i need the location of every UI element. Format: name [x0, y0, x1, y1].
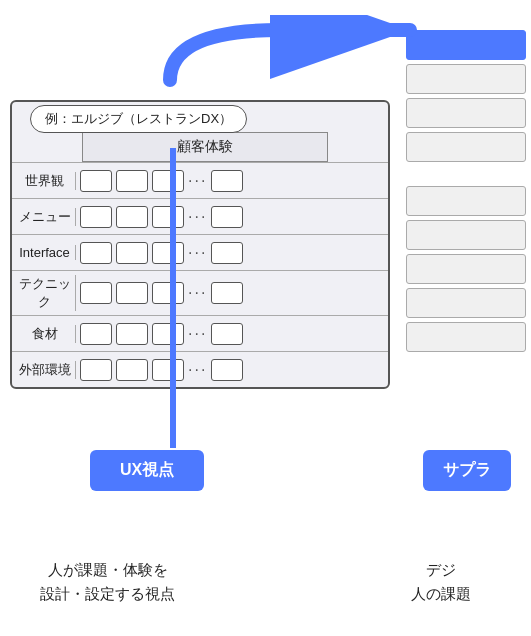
right-panel-box-8 [406, 322, 526, 352]
row-label-interface: Interface [18, 245, 76, 260]
cell-box [116, 359, 148, 381]
row-interface: Interface ··· [12, 234, 388, 270]
row-cells-ingredients: ··· [76, 323, 382, 345]
cell-dots: ··· [188, 244, 207, 262]
customer-exp-header: 顧客体験 [82, 132, 328, 162]
cell-dots: ··· [188, 208, 207, 226]
main-diagram-box: 顧客体験 世界観 ··· メニュー [10, 100, 390, 389]
cell-box [211, 206, 243, 228]
right-panel-box-5 [406, 220, 526, 250]
cell-box [211, 242, 243, 264]
cell-dots: ··· [188, 325, 207, 343]
row-label-sekaikan: 世界観 [18, 172, 76, 190]
right-panel-box-2 [406, 98, 526, 128]
cell-box [152, 282, 184, 304]
cell-box [116, 242, 148, 264]
bottom-left-line2: 設計・設定する視点 [40, 582, 175, 606]
blue-vertical-line [170, 148, 176, 448]
bottom-left-line1: 人が課題・体験を [40, 558, 175, 582]
cell-box [211, 359, 243, 381]
row-cells-sekaikan: ··· [76, 170, 382, 192]
cell-box [152, 242, 184, 264]
row-label-external: 外部環境 [18, 361, 76, 379]
row-sekaikan: 世界観 ··· [12, 162, 388, 198]
bottom-left-text: 人が課題・体験を 設計・設定する視点 [40, 558, 175, 606]
cell-box [116, 282, 148, 304]
row-label-ingredients: 食材 [18, 325, 76, 343]
cell-box [211, 323, 243, 345]
cell-dots: ··· [188, 284, 207, 302]
row-menu: メニュー ··· [12, 198, 388, 234]
cell-box [152, 206, 184, 228]
cell-box [116, 323, 148, 345]
cell-box [80, 170, 112, 192]
right-panel-box-6 [406, 254, 526, 284]
row-technique: テクニック ··· [12, 270, 388, 315]
cell-box [211, 282, 243, 304]
example-label: 例：エルジブ（レストランDX） [30, 105, 247, 133]
bottom-right-text: デジ 人の課題 [361, 558, 521, 606]
right-panel-box-3 [406, 132, 526, 162]
cell-box [152, 323, 184, 345]
cell-box [152, 170, 184, 192]
row-cells-external: ··· [76, 359, 382, 381]
cell-dots: ··· [188, 172, 207, 190]
row-ingredients: 食材 ··· [12, 315, 388, 351]
row-label-menu: メニュー [18, 208, 76, 226]
bottom-right-line2: 人の課題 [361, 582, 521, 606]
cell-box [80, 242, 112, 264]
row-cells-menu: ··· [76, 206, 382, 228]
row-cells-interface: ··· [76, 242, 382, 264]
cell-box [152, 359, 184, 381]
sapu-button[interactable]: サプラ [423, 450, 511, 491]
row-label-technique: テクニック [18, 275, 76, 311]
cell-box [80, 323, 112, 345]
bottom-right-line1: デジ [361, 558, 521, 582]
right-panel-box-4 [406, 186, 526, 216]
cell-dots: ··· [188, 361, 207, 379]
rows-container: 世界観 ··· メニュー ·· [12, 162, 388, 387]
right-panel-gap [406, 166, 526, 182]
cell-box [211, 170, 243, 192]
page-container: 例：エルジブ（レストランDX） 顧客体験 世界観 ··· [0, 0, 531, 636]
cell-box [80, 206, 112, 228]
cell-box [80, 282, 112, 304]
cell-box [80, 359, 112, 381]
row-external: 外部環境 ··· [12, 351, 388, 387]
cell-box [116, 206, 148, 228]
cell-box [116, 170, 148, 192]
row-cells-technique: ··· [76, 282, 382, 304]
ux-button[interactable]: UX視点 [90, 450, 204, 491]
right-panel-box-7 [406, 288, 526, 318]
top-arrow [120, 15, 440, 90]
